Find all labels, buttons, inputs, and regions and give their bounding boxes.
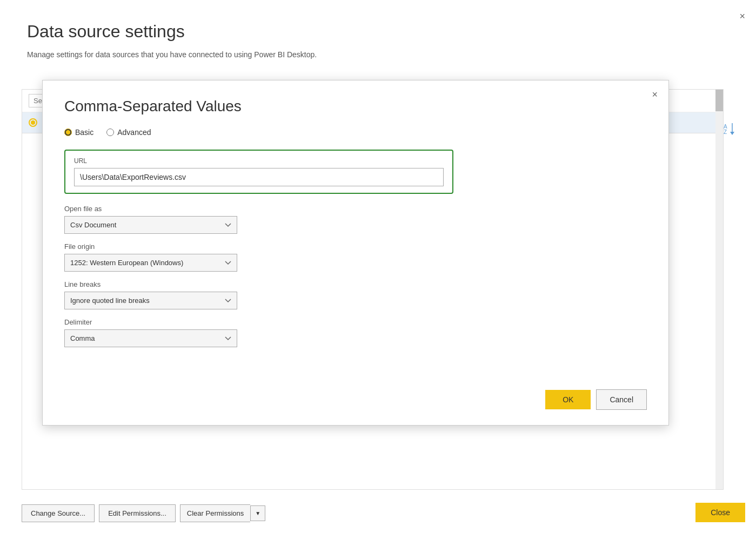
dialog-close-button[interactable]: ×: [652, 89, 658, 100]
radio-basic-label[interactable]: Basic: [64, 128, 93, 137]
delimiter-field: Delimiter Comma: [64, 318, 647, 347]
radio-basic-input[interactable]: [64, 129, 72, 136]
delimiter-select[interactable]: Comma: [64, 329, 237, 347]
radio-advanced-input[interactable]: [106, 129, 114, 136]
dialog-footer: OK Cancel: [545, 389, 647, 410]
bottom-buttons-area: Change Source... Edit Permissions... Cle…: [22, 504, 265, 522]
url-section: URL: [64, 150, 453, 194]
line-breaks-select[interactable]: Ignore quoted line breaks: [64, 292, 237, 309]
clear-permissions-group: Clear Permissions ▼: [180, 504, 265, 522]
csv-settings-dialog: × Comma-Separated Values Basic Advanced …: [42, 80, 669, 426]
file-origin-select[interactable]: 1252: Western European (Windows): [64, 254, 237, 272]
radio-basic-text: Basic: [75, 128, 93, 137]
clear-permissions-button[interactable]: Clear Permissions: [180, 504, 250, 522]
line-breaks-field: Line breaks Ignore quoted line breaks: [64, 280, 647, 309]
open-file-as-field: Open file as Csv Document: [64, 205, 647, 234]
line-breaks-label: Line breaks: [64, 280, 647, 288]
delimiter-label: Delimiter: [64, 318, 647, 326]
radio-advanced-text: Advanced: [117, 128, 151, 137]
svg-point-4: [31, 120, 35, 125]
edit-permissions-button[interactable]: Edit Permissions...: [99, 504, 176, 522]
svg-text:Z: Z: [724, 129, 727, 135]
radio-advanced-label[interactable]: Advanced: [106, 128, 151, 137]
file-origin-label: File origin: [64, 242, 647, 251]
clear-permissions-dropdown[interactable]: ▼: [250, 505, 265, 521]
file-origin-field: File origin 1252: Western European (Wind…: [64, 242, 647, 272]
page-title: Data source settings: [27, 22, 729, 42]
cancel-button[interactable]: Cancel: [596, 389, 647, 410]
open-file-as-label: Open file as: [64, 205, 647, 213]
list-scrollbar[interactable]: [715, 90, 723, 489]
main-close-button[interactable]: Close: [695, 503, 745, 522]
change-source-button[interactable]: Change Source...: [22, 504, 95, 522]
url-label: URL: [74, 157, 444, 165]
url-input[interactable]: [74, 168, 444, 186]
dialog-title: Comma-Separated Values: [64, 98, 647, 115]
bg-close-button[interactable]: ×: [739, 11, 745, 22]
open-file-as-select[interactable]: Csv Document: [64, 216, 237, 234]
scrollbar-thumb[interactable]: [715, 90, 723, 111]
ok-button[interactable]: OK: [545, 390, 591, 409]
page-subtitle: Manage settings for data sources that yo…: [27, 50, 729, 59]
view-mode-radio-group: Basic Advanced: [64, 128, 647, 137]
radio-selected-icon: [29, 118, 37, 127]
